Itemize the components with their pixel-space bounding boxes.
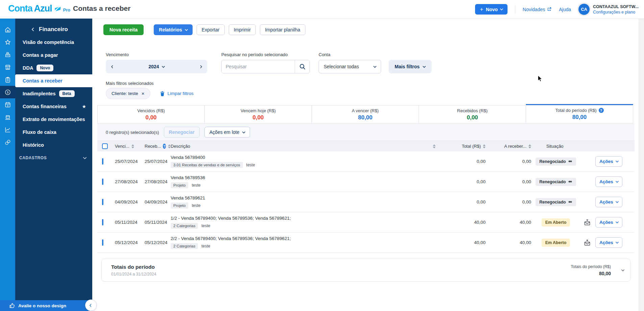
acoes-label: Ações [599,220,613,225]
chevron-down-icon [615,159,619,163]
help-icon[interactable]: ? [599,108,604,113]
limpar-filtros-link[interactable]: Limpar filtros [160,91,194,96]
cell-descricao[interactable]: Venda 56789621 [171,195,438,200]
category-tag: Projeto [171,202,188,209]
sidebar-item[interactable]: Fluxo de caixa [15,126,92,139]
cell-descricao[interactable]: Venda 56789400 [171,155,438,160]
acoes-button[interactable]: Ações [595,237,622,248]
sort-vencimento[interactable] [131,144,134,148]
cell-descricao[interactable]: Venda 56789536 [171,175,438,180]
row-checkbox[interactable] [102,219,103,225]
acoes-button[interactable]: Ações [595,176,622,187]
cell-descricao[interactable]: 1/2 - Venda 56789400; Venda 56789536; Ve… [171,216,438,221]
search-input[interactable] [222,60,295,73]
remove-chip-icon[interactable]: × [142,91,145,96]
search-button[interactable] [295,60,309,73]
store-icon[interactable] [0,61,15,73]
row-checkbox[interactable] [102,178,103,185]
coin-icon[interactable]: $ [0,86,15,98]
importar-planilha-button[interactable]: Importar planilha [260,24,305,35]
summary-card[interactable]: A vencer (R$) 80,00 [312,105,419,124]
account-menu[interactable]: CA CONTAAZUL SOFTW... Configurações e pl… [578,4,639,15]
contaazul-logo[interactable]: Conta Azul Pro [8,3,70,14]
novidades-link[interactable]: Novidades [523,7,551,12]
expand-totals-icon[interactable] [621,268,625,271]
ajuda-link[interactable]: Ajuda [559,7,571,12]
vencimento-label: Vencimento [106,52,207,57]
imprimir-button[interactable]: Imprimir [229,24,256,35]
search-label: Pesquisar no período selecionado [221,52,310,57]
link-icon[interactable] [0,136,15,148]
rate-design-bar[interactable]: Avalie o nosso design [0,300,92,311]
summary-card-label: Vencem hoje (R$) [241,108,276,113]
relatorios-button[interactable]: Relatórios [154,24,192,35]
renegociar-button[interactable]: Renegociar [164,127,200,138]
select-all-checkbox[interactable] [102,143,108,149]
delivery-box-icon[interactable] [0,111,15,123]
account-settings-link[interactable]: Configurações e plano [593,10,639,15]
envelope-icon[interactable] [584,239,591,246]
table-row: 27/08/2024 27/08/2024 Venda 56789536 Pro… [97,172,635,192]
acoes-button[interactable]: Ações [595,156,622,167]
chevron-left-icon [89,304,93,307]
sidebar-item[interactable]: DDA Novo [15,62,92,74]
sidebar-item[interactable]: Inadimplentes Beta [15,87,92,100]
handshake-icon [568,160,572,163]
sidebar-item[interactable]: Contas a receber [15,74,92,87]
sort-recebimento[interactable] [168,144,171,148]
mais-filtros-button[interactable]: Mais filtros [389,60,431,73]
star-icon[interactable] [0,36,15,48]
scrollbar-track[interactable] [639,19,644,311]
clipboard-icon[interactable] [0,73,15,86]
column-situacao: Situação [546,144,564,149]
sidebar-item[interactable]: Extrato de movimentações [15,113,92,126]
summary-card[interactable]: Total do período (R$) ? 80,00 [526,104,633,124]
previous-period-button[interactable] [106,60,119,73]
favorite-star-icon[interactable]: ★ [82,104,86,109]
category-tag: 2 Categorias [171,243,198,249]
home-icon[interactable] [0,23,15,36]
sidebar-item-label: Contas financeiras [23,104,67,109]
summary-card[interactable]: Vencidos (R$) 0,00 [97,105,205,124]
cash-register-icon[interactable] [0,48,15,61]
exportar-button[interactable]: Exportar [197,24,225,35]
sidebar-item[interactable]: Visão de competência [15,36,92,49]
table-body: 25/07/2024 25/07/2024 Venda 56789400 3.0… [97,151,635,253]
calendar-money-icon[interactable]: $ [0,98,15,111]
conta-select[interactable]: Selecionar todas [319,60,381,73]
chart-line-icon[interactable] [0,123,15,136]
row-checkbox[interactable] [102,199,103,205]
novo-button[interactable]: + Novo [475,4,507,15]
acoes-em-lote-button[interactable]: Ações em lote [204,127,250,138]
year-dropdown[interactable]: 2024 [119,64,194,69]
column-total: Total (R$) [462,144,481,149]
row-checkbox[interactable] [102,158,103,165]
header-actions: + Novo Novidades Ajuda CA CONTAAZUL SOFT… [475,0,639,19]
account-text: CONTAAZUL SOFTW... Configurações e plano [593,4,639,15]
summary-card[interactable]: Vencem hoje (R$) 0,00 [204,105,312,124]
sidebar-item[interactable]: Contas a pagar [15,49,92,62]
sort-a-receber[interactable] [528,144,531,148]
sidebar-back[interactable]: Financeiro [15,19,92,33]
nova-receita-button[interactable]: Nova receita [103,24,144,35]
cell-a-receber: 40,00 [486,240,531,245]
category-tag: 3.01 Receitas de vendas e de serviços [171,162,243,168]
envelope-icon[interactable] [584,219,591,226]
summary-card[interactable]: Recebidos (R$) 0,00 [419,105,526,124]
sidebar-item[interactable]: Histórico [15,139,92,151]
column-a-receber: A receber... [504,144,526,149]
sidebar-item[interactable]: Contas financeiras ★ [15,100,92,113]
row-checkbox[interactable] [102,239,103,246]
collapse-sidebar-button[interactable] [85,300,97,311]
filter-chip-cliente[interactable]: Cliente: teste × [106,88,150,99]
cell-descricao[interactable]: 2/2 - Venda 56789400; Venda 56789536; Ve… [171,236,438,241]
acoes-button[interactable]: Ações [595,197,622,207]
acoes-button[interactable]: Ações [595,217,622,228]
filters-row: Vencimento 2024 Pesquisar no período sel… [106,52,635,73]
sort-total[interactable] [483,144,486,148]
page-title: Contas a receber [73,4,130,13]
help-icon[interactable]: ? [163,144,166,149]
next-period-button[interactable] [194,60,207,73]
sidebar-item-cadastros[interactable]: CADASTROS [15,154,92,162]
sort-descricao[interactable] [433,144,436,148]
